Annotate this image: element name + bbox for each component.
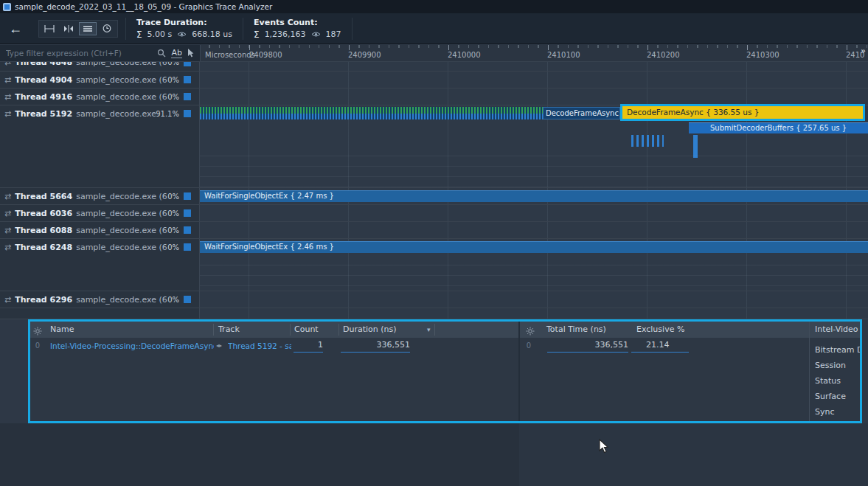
- lanes-view-button[interactable]: [79, 22, 97, 35]
- thread-rows: ⇄ Thread 4848 sample_decode.exe (6100) 0…: [0, 62, 868, 319]
- thread-row-label[interactable]: ⇄ Thread 4916 sample_decode.exe (6100) 0…: [0, 88, 200, 105]
- thread-color-swatch: [184, 62, 191, 66]
- ruler-major-ticks: [201, 45, 868, 50]
- selected-event-decodeframeasync[interactable]: DecodeFrameAsync { 336.55 us }: [620, 104, 865, 121]
- track-link[interactable]: Thread 5192 - sample_deco: [228, 338, 291, 354]
- thread-row-label[interactable]: [0, 308, 200, 319]
- panel-background: [0, 423, 519, 486]
- thread-row-label[interactable]: ⇄ Thread 6088 sample_decode.exe (6100) 0…: [0, 222, 200, 238]
- side-list-item[interactable]: Sync: [815, 404, 835, 420]
- tick-label: 2409900: [348, 51, 381, 59]
- filter-input[interactable]: [0, 48, 157, 58]
- event-bar-submitdecoderbuffers[interactable]: SubmitDecoderBuffers { 257.65 us }: [689, 122, 868, 133]
- column-header-duration[interactable]: Duration (ns): [343, 322, 397, 338]
- exclusive-percent-value[interactable]: 21.14: [631, 338, 689, 353]
- window-title: sample_decode_2022_03_11__18_05_09 - Gra…: [15, 0, 272, 13]
- thread-row-label[interactable]: ⇄ Thread 6296 sample_decode.exe (6100) 0…: [0, 291, 200, 308]
- thread-timeline-track[interactable]: [200, 222, 868, 238]
- column-header-name[interactable]: Name: [50, 322, 74, 338]
- thread-row-label[interactable]: ⇄ Thread 4904 sample_decode.exe (6100) 0…: [0, 72, 200, 88]
- lanes-icon: [82, 24, 94, 33]
- thread-row-label[interactable]: ⇄ Thread 5192 sample_decode.exe (6100) 9…: [0, 105, 200, 187]
- side-list-item[interactable]: Bitstream D: [815, 342, 860, 358]
- event-tick-cluster[interactable]: [631, 135, 664, 147]
- back-button[interactable]: ←: [3, 16, 28, 41]
- count-value[interactable]: 1: [294, 338, 323, 353]
- thread-icon: ⇄: [4, 243, 11, 252]
- tick-label: 2410200: [647, 51, 680, 59]
- column-header-track[interactable]: Track: [218, 322, 240, 338]
- thread-row-5192: ⇄ Thread 5192 sample_decode.exe (6100) 9…: [0, 105, 868, 188]
- trace-duration-block: Trace Duration: Σ 5.00 s 668.18 us: [133, 18, 235, 40]
- thread-row-label[interactable]: ⇄ Thread 6036 sample_decode.exe (6100) 0…: [0, 205, 200, 221]
- event-bar-waitforsingleobjectex[interactable]: WaitForSingleObjectEx { 2.46 ms }: [200, 241, 868, 253]
- thread-timeline-track[interactable]: [200, 62, 868, 71]
- events-count-visible: 187: [326, 29, 341, 39]
- track-link-icon[interactable]: ◂▸: [216, 338, 222, 354]
- tick-label: 2410100: [547, 51, 580, 59]
- thread-name: Thread 5192: [15, 109, 72, 119]
- clock-mode-button[interactable]: [98, 22, 116, 35]
- total-time-value[interactable]: 336,551: [547, 338, 628, 353]
- side-list-item[interactable]: Status: [815, 373, 841, 389]
- event-bar-waitforsingleobjectex[interactable]: WaitForSingleObjectEx { 2.47 ms }: [200, 190, 868, 202]
- row-index: 0: [30, 338, 45, 354]
- event-pair-mode-button[interactable]: [60, 22, 77, 35]
- column-separator: [338, 324, 339, 336]
- app-icon: [3, 3, 11, 11]
- filter-bar: Ab: [0, 45, 201, 62]
- thread-timeline-track[interactable]: [200, 88, 868, 105]
- sort-dropdown-icon[interactable]: ▾: [427, 322, 431, 338]
- thread-row-label[interactable]: ⇄ Thread 6248 sample_decode.exe (6100) 0…: [0, 239, 200, 291]
- tick-label: 2410000: [448, 51, 481, 59]
- events-count-label: Events Count:: [254, 18, 341, 27]
- details-table-row: 0 Intel-Video-Processing::DecodeFrameAsy…: [30, 338, 860, 354]
- event-name-link[interactable]: Intel-Video-Processing::DecodeFrameAsync: [50, 338, 214, 354]
- thread-name: Thread 4904: [15, 75, 72, 85]
- panel-divider: [518, 322, 520, 421]
- thread-percent: 91.1%: [156, 110, 179, 118]
- event-pair-icon: [63, 24, 74, 33]
- eye-icon: [177, 31, 187, 38]
- thread-process: sample_decode.exe (6100): [76, 75, 167, 85]
- thread-process: sample_decode.exe (6100): [76, 92, 167, 102]
- event-bar-decodeframeasync[interactable]: DecodeFrameAsync { 75: [543, 107, 620, 119]
- sub-lane-grid: [200, 255, 868, 291]
- thread-percent: 0%: [167, 243, 179, 251]
- thread-timeline-track[interactable]: [200, 291, 868, 308]
- thread-name: Thread 4848: [15, 62, 72, 67]
- pick-event-tool[interactable]: [187, 49, 195, 58]
- thread-percent: 0%: [167, 296, 179, 304]
- thread-timeline-track[interactable]: [200, 72, 868, 88]
- column-header-exclusive[interactable]: Exclusive %: [636, 322, 684, 338]
- search-icon[interactable]: [157, 49, 166, 58]
- sigma-icon: Σ: [254, 29, 260, 40]
- side-list-item[interactable]: Session: [815, 358, 846, 373]
- thread-process: sample_decode.exe (6100): [76, 243, 167, 252]
- side-list-item[interactable]: Surface: [815, 389, 846, 404]
- toolbar: ← Trace Duration: Σ 5.00 s 668.18 us: [0, 13, 868, 44]
- thread-row-6248: ⇄ Thread 6248 sample_decode.exe (6100) 0…: [0, 239, 868, 291]
- thread-row: ⇄ Thread 6088 sample_decode.exe (6100) 0…: [0, 222, 868, 239]
- thread-timeline-track[interactable]: [200, 205, 868, 221]
- thread-timeline-track[interactable]: DecodeFrameAsync { 75 SubmitDecoderBuffe…: [200, 105, 868, 187]
- event-details-panel: Name Track Count Duration (ns) ▾ Total T…: [28, 319, 862, 423]
- activity-stripes[interactable]: [200, 107, 543, 119]
- thread-row: ⇄ Thread 6296 sample_decode.exe (6100) 0…: [0, 291, 868, 308]
- column-header-count[interactable]: Count: [294, 322, 319, 338]
- thread-row-label[interactable]: ⇄ Thread 5664 sample_decode.exe (6100) 0…: [0, 188, 200, 204]
- details-table-header: Name Track Count Duration (ns) ▾ Total T…: [30, 322, 860, 338]
- match-case-toggle[interactable]: Ab: [171, 49, 182, 58]
- thread-row: ⇄ Thread 4916 sample_decode.exe (6100) 0…: [0, 88, 868, 105]
- thread-timeline-track[interactable]: [200, 308, 868, 319]
- timeline-ruler[interactable]: Microseconds 2409800 2409900 2410000 241…: [201, 45, 868, 62]
- thread-timeline-track[interactable]: WaitForSingleObjectEx { 2.46 ms }: [200, 239, 868, 291]
- column-header-total-time[interactable]: Total Time (ns): [546, 322, 606, 338]
- duration-value[interactable]: 336,551: [341, 338, 410, 353]
- thread-timeline-track[interactable]: WaitForSingleObjectEx { 2.47 ms }: [200, 188, 868, 204]
- toolbar-divider: [352, 18, 353, 40]
- graphics-trace-analyzer-window: sample_decode_2022_03_11__18_05_09 - Gra…: [0, 0, 868, 486]
- range-marker-mode-button[interactable]: [41, 22, 58, 35]
- thread-row-label[interactable]: ⇄ Thread 4848 sample_decode.exe (6100) 0…: [0, 62, 200, 71]
- ruler-expand-icon[interactable]: »: [860, 46, 865, 56]
